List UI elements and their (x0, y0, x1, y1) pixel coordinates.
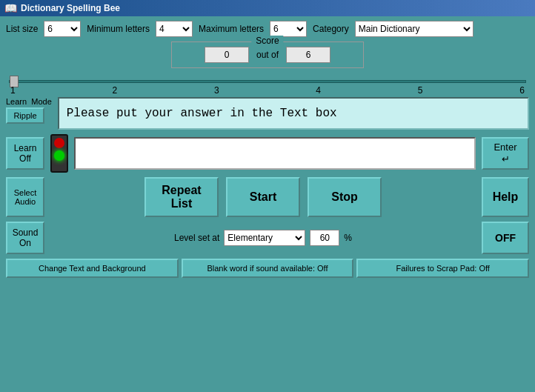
list-size-label: List size (6, 24, 38, 34)
percent-input[interactable] (310, 230, 339, 246)
red-light (54, 138, 64, 148)
score-title: Score (251, 36, 283, 46)
off-button[interactable]: OFF (482, 222, 529, 254)
repeat-list-button[interactable]: RepeatList (144, 177, 219, 217)
list-size-select[interactable]: 6457810 (44, 21, 81, 37)
position-slider[interactable] (9, 80, 526, 83)
display-box: Please put your answer in the Text box (58, 97, 529, 130)
top-controls-row: List size 6457810 Minimum letters 42356 … (6, 21, 529, 37)
learn-mode-label: Learn Mode (6, 97, 52, 106)
select-audio-button[interactable]: SelectAudio (6, 177, 44, 217)
sound-on-button[interactable]: SoundOn (6, 222, 44, 254)
score-current (205, 47, 249, 63)
answer-input[interactable] (74, 137, 476, 170)
score-total (286, 47, 330, 63)
percent-symbol: % (344, 233, 352, 243)
score-container: Score out of (6, 41, 529, 68)
traffic-light (50, 134, 68, 173)
level-select[interactable]: ElementaryIntermediateAdvancedExpert (224, 230, 305, 246)
change-text-background-button[interactable]: Change Text and Background (6, 259, 179, 278)
min-letters-label: Minimum letters (87, 24, 150, 34)
learn-mode-row: Learn Mode Ripple Please put your answer… (6, 97, 529, 130)
enter-button[interactable]: Enter↵ (482, 137, 529, 170)
level-set-label: Level set at (174, 233, 219, 243)
category-label: Category (313, 24, 349, 34)
footer-row: Change Text and Background Blank word if… (6, 259, 529, 278)
stop-button[interactable]: Stop (308, 177, 382, 217)
ripple-button[interactable]: Ripple (6, 107, 44, 124)
learn-mode-group: Learn Mode Ripple (6, 97, 52, 124)
slider-container: 1 2 3 4 5 6 (6, 74, 529, 96)
blank-word-button[interactable]: Blank word if sound available: Off (182, 259, 354, 278)
min-letters-select[interactable]: 42356 (156, 21, 193, 37)
green-light (54, 150, 64, 161)
title-bar: 📖 Dictionary Spelling Bee (0, 0, 535, 16)
action-row: SelectAudio RepeatList Start Stop Help (6, 177, 529, 217)
help-button[interactable]: Help (482, 177, 529, 217)
bottom-controls-row: SoundOn Level set at ElementaryIntermedi… (6, 222, 529, 254)
failures-scrap-pad-button[interactable]: Failures to Scrap Pad: Off (356, 259, 529, 278)
score-out-of: out of (256, 50, 279, 60)
level-area: Level set at ElementaryIntermediateAdvan… (50, 230, 476, 246)
learn-off-button[interactable]: LearnOff (6, 137, 44, 170)
title-bar-title: Dictionary Spelling Bee (21, 3, 120, 13)
score-border: Score out of (171, 41, 364, 68)
title-bar-icon: 📖 (4, 2, 17, 14)
category-select[interactable]: Main DictionaryEasy WordsHard WordsCusto… (355, 21, 473, 37)
middle-row: LearnOff Enter↵ (6, 134, 529, 173)
main-content: List size 6457810 Minimum letters 42356 … (0, 16, 535, 282)
max-letters-label: Maximum letters (199, 24, 264, 34)
start-button[interactable]: Start (226, 177, 300, 217)
max-letters-select[interactable]: 645781012 (270, 21, 307, 37)
